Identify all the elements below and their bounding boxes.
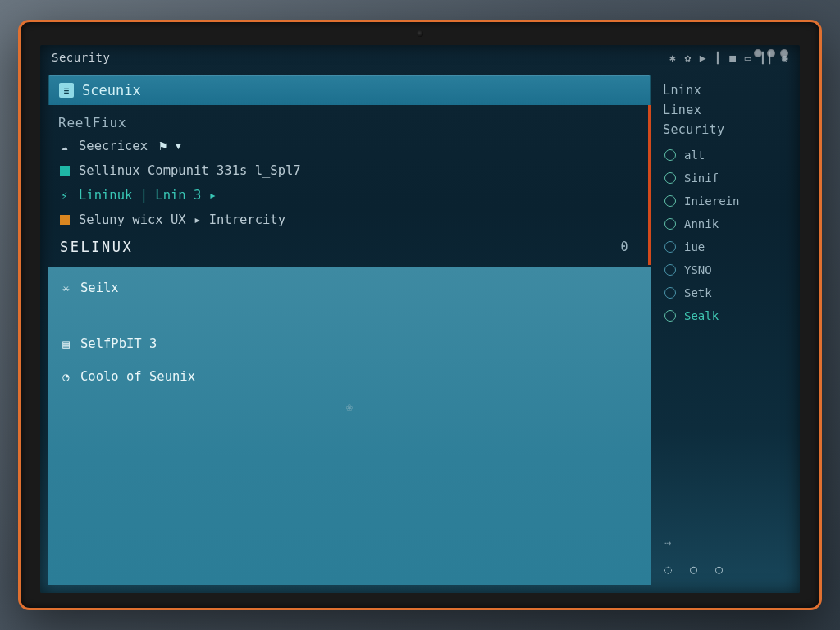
play-icon[interactable]: ▶ [700,52,706,64]
list-item[interactable]: ◔ Coolo of Seunix [55,364,644,389]
list-item[interactable]: ☁ Seecricex ⚑ ▾ [53,134,648,158]
tally-icon[interactable]: ┃ [714,52,721,64]
list-item[interactable]: ▤ SelfPbIT 3 [55,331,644,356]
group-selinux: ✳ Seilx ▤ SelfPbIT 3 ◔ Coolo of Seunix ❀ [48,267,651,585]
battery-icon[interactable]: ▭ [745,52,751,64]
main-panel: ≡ Sceunix ReelFiux ☁ Seecricex ⚑ ▾ Selli… [48,75,651,585]
list-item-label: Sellinux Compunit 331s l_Spl7 [79,163,301,178]
radio-icon [664,172,676,184]
sidebar-header: Lninx [663,83,787,98]
section-count: 0 [620,240,641,254]
cloud-icon: ☁ [58,139,71,153]
system-tray: ✱ ✿ ▶ ┃ ■ ▭ ┃┃ ◉ [669,52,788,64]
circle-icon[interactable]: ○ [690,562,697,577]
list-item[interactable]: ⚡ Lininuk | Lnin 3 ▸ [53,183,648,208]
radio-icon [664,287,676,299]
sidebar-item[interactable]: alt [663,144,787,167]
group-header: ReelFiux [53,112,648,134]
list-item-label: Lininuk | Lnin 3 ▸ [79,188,217,203]
sidebar-item-label: YSNO [684,263,712,276]
sidebar-item-label: Annik [684,217,719,231]
sidebar-item-label: Inierein [684,194,739,208]
square-icon [58,215,71,225]
sidebar-item-label: iue [684,240,705,253]
sidebar-item-label: Sinif [684,171,719,185]
sidebar-item[interactable]: YSNO [663,258,787,281]
bug-icon[interactable]: ✿ [684,52,691,64]
list-item-label: Coolo of Seunix [80,369,195,384]
radio-icon [664,310,676,322]
list-item[interactable]: Sellinux Compunit 331s l_Spl7 [53,158,648,183]
stop-icon[interactable]: ■ [729,52,736,64]
list-item-label: Seilx [80,281,119,295]
bolt-icon: ⚡ [58,189,71,202]
globe-icon[interactable]: ◉ [782,52,788,64]
sidebar-item[interactable]: Sealk [663,304,787,327]
sidebar-footer-item[interactable]: ⇢ [663,531,787,554]
circle-icon[interactable]: ○ [715,562,723,577]
sidebar-item[interactable]: Annik [663,212,787,235]
radio-icon [664,218,676,230]
sidebar-bottom-icons: ◌ ○ ○ [663,554,787,580]
list-item[interactable]: ✳ Seilx [55,276,644,300]
sidebar-item[interactable]: Inierein [663,189,787,212]
sidebar-item-label: Setk [684,286,712,299]
sidebar-header: Linex [663,103,787,117]
square-icon [58,166,71,176]
book-icon: ▤ [60,337,72,350]
list-item-label: SelfPbIT 3 [80,336,157,351]
sidebar-item[interactable]: iue [663,235,787,258]
sidebar-item[interactable]: Sinif [663,167,787,189]
terminal-icon: ≡ [59,83,74,98]
puzzle-icon[interactable]: ✱ [669,52,676,64]
radio-icon [664,195,676,207]
list-item-label: Seecricex [79,139,148,153]
sidebar-item[interactable]: Setk [663,281,787,304]
active-tab[interactable]: ≡ Sceunix [48,75,651,105]
chat-icon[interactable]: ◌ [664,562,672,577]
window-title: Security [52,51,110,64]
section-header-label: SELINUX [60,239,133,255]
dash-icon: ⇢ [664,536,671,549]
tab-label: Sceunix [82,82,141,98]
decorative-glyph: ❀ [55,397,644,413]
clock-icon: ◔ [60,370,72,383]
sidebar-item-label: alt [684,148,705,162]
section-header: SELINUX 0 [53,232,648,260]
laptop-camera [417,30,423,37]
group-reelfiux: ReelFiux ☁ Seecricex ⚑ ▾ Sellinux Compun… [48,105,651,265]
sidebar-header: Security [663,122,787,137]
list-item-trailing: ⚑ ▾ [159,139,182,153]
list-item[interactable]: Seluny wicx UX ▸ Intrercity [53,208,648,232]
bars-icon[interactable]: ┃┃ [760,52,774,64]
sidebar: Lninx Linex Security alt Sinif Inierein … [651,75,792,585]
title-bar: Security ✱ ✿ ▶ ┃ ■ ▭ ┃┃ ◉ [40,45,800,70]
radio-icon [664,149,676,161]
list-item-label: Seluny wicx UX ▸ Intrercity [79,212,285,227]
radio-icon [664,241,676,253]
snow-icon: ✳ [60,281,72,294]
sidebar-item-label: Sealk [684,309,719,322]
radio-icon [664,264,676,276]
